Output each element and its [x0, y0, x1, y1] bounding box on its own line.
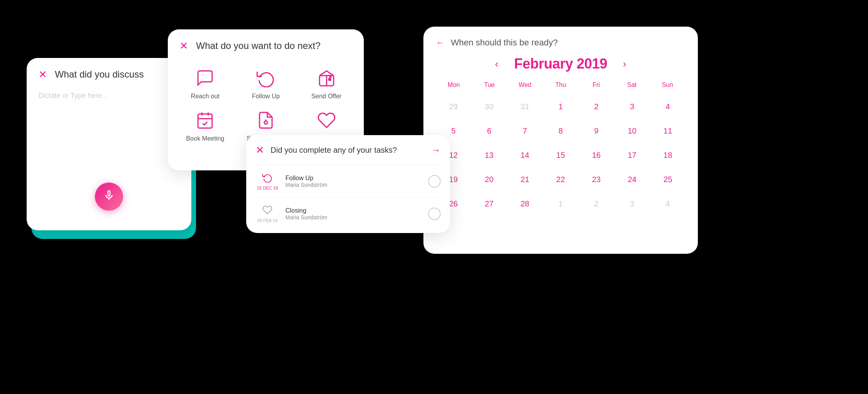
- calendar-day[interactable]: 23: [586, 169, 607, 190]
- tasks-close-button[interactable]: ✕: [256, 145, 264, 155]
- send-offer-icon: [316, 67, 338, 89]
- calendar-day[interactable]: 25: [657, 169, 678, 190]
- discuss-card-title: What did you discuss: [55, 69, 144, 80]
- task-1-checkbox[interactable]: [428, 175, 441, 188]
- calendar-day-headers: Mon Tue Wed Thu Fri Sat Sun: [436, 78, 685, 92]
- calendar-day[interactable]: 11: [657, 121, 678, 141]
- calendar-day[interactable]: 7: [515, 121, 535, 141]
- tasks-card-title: Did you complete any of your tasks?: [271, 146, 425, 155]
- day-header-sat: Sat: [614, 78, 650, 92]
- calendar-day[interactable]: 16: [586, 145, 607, 165]
- calendar-day[interactable]: 9: [586, 121, 607, 141]
- svg-point-2: [328, 78, 331, 81]
- task-item: 20 FEB 19 Closing Maria Sundström: [246, 201, 450, 227]
- calendar-grid: Mon Tue Wed Thu Fri Sat Sun 29 30 31 1 2…: [423, 78, 698, 215]
- calendar-day[interactable]: 10: [622, 121, 642, 141]
- task-1-date: 15 DEC 18: [257, 186, 278, 190]
- follow-up-icon: [255, 67, 277, 89]
- calendar-day[interactable]: 2: [586, 96, 607, 117]
- calendar-days-grid: 29 30 31 1 2 3 4 5 6 7 8 9 10 11 12 13 1…: [436, 95, 685, 215]
- book-meeting-label: Book Meeting: [186, 135, 224, 142]
- calendar-day[interactable]: 4: [657, 193, 678, 214]
- action-follow-up[interactable]: Follow Up: [240, 67, 292, 100]
- task-1-refresh-icon: [262, 172, 272, 185]
- discuss-card-header: ✕ What did you discuss: [27, 58, 191, 88]
- calendar-next-month-button[interactable]: ›: [623, 58, 626, 70]
- task-2-date-icon: 20 FEB 19: [256, 205, 279, 223]
- send-material-icon: [255, 109, 277, 131]
- microphone-icon: [103, 189, 115, 204]
- calendar-month-title: February 2019: [514, 56, 607, 72]
- svg-rect-3: [198, 114, 212, 128]
- tasks-divider-2: [256, 197, 441, 198]
- day-header-thu: Thu: [543, 78, 579, 92]
- calendar-day[interactable]: 28: [515, 193, 535, 214]
- next-action-close-button[interactable]: ✕: [180, 41, 188, 51]
- microphone-button[interactable]: [95, 183, 123, 211]
- calendar-day[interactable]: 1: [550, 96, 571, 117]
- calendar-day[interactable]: 1: [550, 193, 571, 214]
- calendar-day[interactable]: 2: [586, 193, 607, 214]
- discuss-card: ✕ What did you discuss Dictate or Type h…: [27, 58, 191, 230]
- day-header-fri: Fri: [578, 78, 614, 92]
- action-reach-out[interactable]: Reach out: [180, 67, 231, 100]
- day-header-tue: Tue: [472, 78, 507, 92]
- calendar-day[interactable]: 18: [657, 145, 678, 165]
- task-2-person: Maria Sundström: [285, 214, 422, 220]
- task-2-info: Closing Maria Sundström: [285, 207, 422, 220]
- calendar-day[interactable]: 13: [479, 145, 499, 165]
- task-2-checkbox[interactable]: [428, 208, 441, 220]
- day-header-sun: Sun: [650, 78, 685, 92]
- task-1-name: Follow Up: [285, 175, 422, 182]
- discuss-input-placeholder[interactable]: Dictate or Type here...: [27, 88, 191, 104]
- tasks-card-header: ✕ Did you complete any of your tasks? →: [246, 135, 450, 162]
- next-action-title: What do you want to do next?: [196, 40, 321, 51]
- task-1-info: Follow Up Maria Sundström: [285, 175, 422, 188]
- calendar-question: When should this be ready?: [451, 38, 558, 48]
- calendar-day[interactable]: 21: [515, 169, 535, 190]
- task-2-date: 20 FEB 19: [257, 218, 278, 223]
- calendar-prev-month-button[interactable]: ‹: [495, 58, 499, 70]
- book-meeting-icon: [194, 109, 216, 131]
- calendar-day[interactable]: 29: [443, 96, 464, 117]
- discuss-close-button[interactable]: ✕: [38, 69, 47, 80]
- calendar-day[interactable]: 17: [622, 145, 642, 165]
- calendar-back-button[interactable]: ←: [436, 38, 445, 48]
- tasks-divider: [256, 165, 441, 165]
- calendar-day[interactable]: 30: [479, 96, 499, 117]
- task-1-date-icon: 15 DEC 18: [256, 172, 279, 190]
- task-1-person: Maria Sundström: [285, 182, 422, 188]
- day-header-mon: Mon: [436, 78, 472, 92]
- action-send-offer[interactable]: Send Offer: [301, 67, 352, 100]
- calendar-day[interactable]: 4: [657, 96, 678, 117]
- calendar-day[interactable]: 3: [622, 193, 642, 214]
- calendar-day[interactable]: 15: [550, 145, 571, 165]
- send-offer-label: Send Offer: [311, 93, 341, 100]
- tasks-card: ✕ Did you complete any of your tasks? → …: [246, 135, 450, 233]
- closing-icon: [316, 109, 338, 131]
- calendar-day[interactable]: 14: [515, 145, 535, 165]
- calendar-day[interactable]: 20: [479, 169, 499, 190]
- calendar-day[interactable]: 3: [622, 96, 642, 117]
- calendar-month-nav: ‹ February 2019 ›: [423, 52, 698, 78]
- calendar-day[interactable]: 24: [622, 169, 642, 190]
- task-item: 15 DEC 18 Follow Up Maria Sundström: [246, 168, 450, 194]
- reach-out-icon: [194, 67, 216, 89]
- action-book-meeting[interactable]: Book Meeting: [180, 109, 231, 142]
- reach-out-label: Reach out: [191, 93, 220, 100]
- calendar-day[interactable]: 6: [479, 121, 499, 141]
- calendar-day[interactable]: 31: [515, 96, 535, 117]
- calendar-day[interactable]: 8: [550, 121, 571, 141]
- calendar-day[interactable]: 22: [550, 169, 571, 190]
- calendar-day[interactable]: 27: [479, 193, 499, 214]
- next-action-header: ✕ What do you want to do next?: [168, 29, 364, 59]
- day-header-wed: Wed: [507, 78, 543, 92]
- follow-up-label: Follow Up: [252, 93, 280, 100]
- tasks-next-arrow[interactable]: →: [431, 145, 441, 155]
- task-2-handshake-icon: [262, 205, 272, 217]
- task-2-name: Closing: [285, 207, 422, 214]
- svg-point-7: [264, 121, 267, 124]
- calendar-header: ← When should this be ready?: [423, 27, 698, 52]
- calendar-card: ← When should this be ready? ‹ February …: [423, 27, 698, 254]
